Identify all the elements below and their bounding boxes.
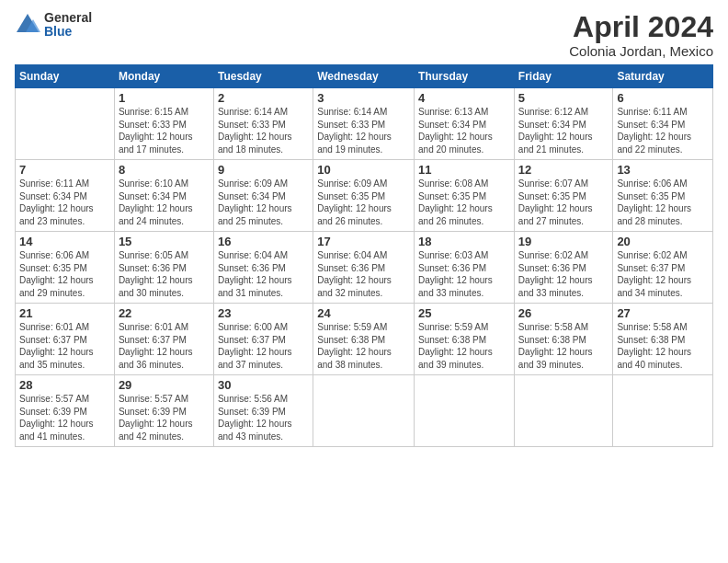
page-container: General Blue April 2024 Colonia Jordan, … [0, 0, 728, 563]
day-number: 1 [119, 91, 210, 105]
table-cell [415, 375, 515, 447]
table-cell [16, 88, 115, 160]
table-cell: 7Sunrise: 6:11 AMSunset: 6:34 PMDaylight… [16, 160, 115, 232]
table-cell: 4Sunrise: 6:13 AMSunset: 6:34 PMDaylight… [415, 88, 515, 160]
day-info: Sunrise: 6:12 AMSunset: 6:34 PMDaylight:… [518, 106, 609, 155]
table-cell: 26Sunrise: 5:58 AMSunset: 6:38 PMDayligh… [514, 304, 613, 375]
day-number: 17 [317, 235, 410, 248]
table-cell: 12Sunrise: 6:07 AMSunset: 6:35 PMDayligh… [514, 160, 613, 232]
day-info: Sunrise: 6:03 AMSunset: 6:36 PMDaylight:… [418, 249, 510, 299]
week-row-4: 21Sunrise: 6:01 AMSunset: 6:37 PMDayligh… [16, 304, 713, 375]
day-number: 3 [317, 91, 410, 105]
day-info: Sunrise: 5:57 AMSunset: 6:39 PMDaylight:… [119, 393, 210, 442]
calendar-table: Sunday Monday Tuesday Wednesday Thursday… [15, 64, 713, 447]
day-number: 21 [19, 306, 110, 320]
table-cell: 13Sunrise: 6:06 AMSunset: 6:35 PMDayligh… [613, 160, 713, 232]
header-row: Sunday Monday Tuesday Wednesday Thursday… [16, 65, 713, 88]
day-number: 5 [518, 91, 609, 105]
day-number: 11 [418, 163, 510, 177]
table-cell: 10Sunrise: 6:09 AMSunset: 6:35 PMDayligh… [313, 160, 415, 232]
day-number: 13 [617, 163, 709, 177]
subtitle: Colonia Jordan, Mexico [569, 43, 713, 59]
table-cell: 5Sunrise: 6:12 AMSunset: 6:34 PMDaylight… [514, 88, 613, 160]
table-cell: 18Sunrise: 6:03 AMSunset: 6:36 PMDayligh… [415, 232, 515, 304]
day-number: 2 [218, 91, 309, 105]
table-cell [613, 375, 713, 447]
day-number: 9 [218, 163, 309, 177]
day-number: 23 [218, 306, 309, 320]
day-info: Sunrise: 6:02 AMSunset: 6:37 PMDaylight:… [617, 249, 709, 299]
col-wednesday: Wednesday [313, 65, 415, 88]
day-info: Sunrise: 6:11 AMSunset: 6:34 PMDaylight:… [19, 178, 110, 227]
day-info: Sunrise: 6:00 AMSunset: 6:37 PMDaylight:… [218, 321, 309, 371]
day-info: Sunrise: 6:08 AMSunset: 6:35 PMDaylight:… [418, 178, 510, 227]
day-info: Sunrise: 6:10 AMSunset: 6:34 PMDaylight:… [119, 178, 210, 227]
col-saturday: Saturday [613, 65, 713, 88]
day-info: Sunrise: 5:57 AMSunset: 6:39 PMDaylight:… [19, 393, 110, 442]
day-info: Sunrise: 6:14 AMSunset: 6:33 PMDaylight:… [218, 106, 309, 155]
day-info: Sunrise: 5:56 AMSunset: 6:39 PMDaylight:… [218, 393, 309, 442]
day-number: 19 [518, 235, 609, 248]
table-cell: 28Sunrise: 5:57 AMSunset: 6:39 PMDayligh… [16, 375, 115, 447]
col-tuesday: Tuesday [213, 65, 313, 88]
week-row-1: 1Sunrise: 6:15 AMSunset: 6:33 PMDaylight… [16, 88, 713, 160]
logo: General Blue [15, 11, 92, 40]
logo-blue-text: Blue [44, 25, 92, 39]
day-number: 24 [317, 306, 410, 320]
day-number: 26 [518, 306, 609, 320]
table-cell: 19Sunrise: 6:02 AMSunset: 6:36 PMDayligh… [514, 232, 613, 304]
day-info: Sunrise: 6:15 AMSunset: 6:33 PMDaylight:… [119, 106, 210, 155]
table-cell: 1Sunrise: 6:15 AMSunset: 6:33 PMDaylight… [114, 88, 213, 160]
table-cell: 21Sunrise: 6:01 AMSunset: 6:37 PMDayligh… [16, 304, 115, 375]
week-row-2: 7Sunrise: 6:11 AMSunset: 6:34 PMDaylight… [16, 160, 713, 232]
day-info: Sunrise: 6:11 AMSunset: 6:34 PMDaylight:… [617, 106, 709, 155]
day-info: Sunrise: 6:07 AMSunset: 6:35 PMDaylight:… [518, 178, 609, 227]
table-cell: 8Sunrise: 6:10 AMSunset: 6:34 PMDaylight… [114, 160, 213, 232]
table-cell: 16Sunrise: 6:04 AMSunset: 6:36 PMDayligh… [213, 232, 313, 304]
week-row-3: 14Sunrise: 6:06 AMSunset: 6:35 PMDayligh… [16, 232, 713, 304]
table-cell: 25Sunrise: 5:59 AMSunset: 6:38 PMDayligh… [415, 304, 515, 375]
logo-text: General Blue [44, 11, 92, 40]
day-info: Sunrise: 6:04 AMSunset: 6:36 PMDaylight:… [218, 249, 309, 299]
day-info: Sunrise: 5:58 AMSunset: 6:38 PMDaylight:… [617, 321, 709, 371]
day-number: 15 [119, 235, 210, 248]
day-info: Sunrise: 6:13 AMSunset: 6:34 PMDaylight:… [418, 106, 510, 155]
day-info: Sunrise: 5:59 AMSunset: 6:38 PMDaylight:… [317, 321, 410, 371]
day-number: 30 [218, 378, 309, 392]
week-row-5: 28Sunrise: 5:57 AMSunset: 6:39 PMDayligh… [16, 375, 713, 447]
day-number: 27 [617, 306, 709, 320]
day-number: 14 [19, 235, 110, 248]
table-cell: 23Sunrise: 6:00 AMSunset: 6:37 PMDayligh… [213, 304, 313, 375]
day-info: Sunrise: 6:05 AMSunset: 6:36 PMDaylight:… [119, 249, 210, 299]
day-info: Sunrise: 5:58 AMSunset: 6:38 PMDaylight:… [518, 321, 609, 371]
day-number: 18 [418, 235, 510, 248]
table-cell: 17Sunrise: 6:04 AMSunset: 6:36 PMDayligh… [313, 232, 415, 304]
title-block: April 2024 Colonia Jordan, Mexico [569, 11, 713, 59]
table-cell: 9Sunrise: 6:09 AMSunset: 6:34 PMDaylight… [213, 160, 313, 232]
day-number: 16 [218, 235, 309, 248]
day-number: 28 [19, 378, 110, 392]
day-number: 12 [518, 163, 609, 177]
table-cell: 24Sunrise: 5:59 AMSunset: 6:38 PMDayligh… [313, 304, 415, 375]
day-number: 7 [19, 163, 110, 177]
day-info: Sunrise: 6:04 AMSunset: 6:36 PMDaylight:… [317, 249, 410, 299]
logo-icon [15, 12, 40, 38]
table-cell: 30Sunrise: 5:56 AMSunset: 6:39 PMDayligh… [213, 375, 313, 447]
day-number: 20 [617, 235, 709, 248]
day-number: 8 [119, 163, 210, 177]
col-sunday: Sunday [16, 65, 115, 88]
day-info: Sunrise: 6:01 AMSunset: 6:37 PMDaylight:… [119, 321, 210, 371]
table-cell: 22Sunrise: 6:01 AMSunset: 6:37 PMDayligh… [114, 304, 213, 375]
day-number: 25 [418, 306, 510, 320]
day-info: Sunrise: 5:59 AMSunset: 6:38 PMDaylight:… [418, 321, 510, 371]
table-cell: 29Sunrise: 5:57 AMSunset: 6:39 PMDayligh… [114, 375, 213, 447]
day-info: Sunrise: 6:06 AMSunset: 6:35 PMDaylight:… [617, 178, 709, 227]
col-friday: Friday [514, 65, 613, 88]
table-cell [313, 375, 415, 447]
day-number: 22 [119, 306, 210, 320]
logo-general-text: General [44, 11, 92, 25]
month-title: April 2024 [569, 11, 713, 43]
table-cell: 14Sunrise: 6:06 AMSunset: 6:35 PMDayligh… [16, 232, 115, 304]
col-monday: Monday [114, 65, 213, 88]
table-cell: 15Sunrise: 6:05 AMSunset: 6:36 PMDayligh… [114, 232, 213, 304]
